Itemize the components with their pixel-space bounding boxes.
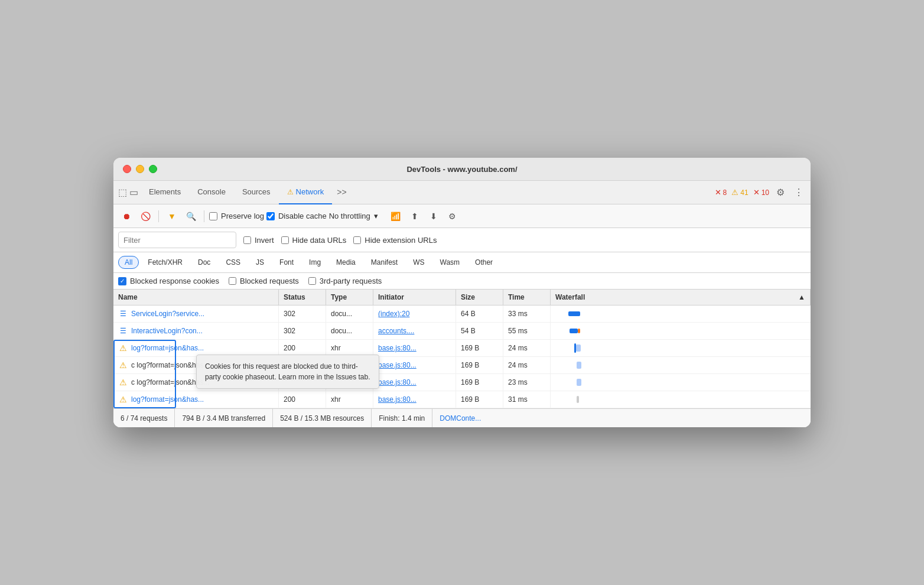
tab-network[interactable]: ⚠ Network <box>279 181 333 204</box>
size-cell-1: 64 B <box>456 306 503 322</box>
type-btn-font[interactable]: Font <box>273 256 300 269</box>
table-row[interactable]: ⚠ log?format=json&has... 200 xhr base.js… <box>113 340 811 357</box>
type-btn-other[interactable]: Other <box>468 256 499 269</box>
close-button[interactable] <box>123 165 131 173</box>
status-cell-6: 200 <box>279 391 326 408</box>
dom-section: DOMConte... <box>432 409 488 427</box>
initiator-link-4[interactable]: base.js:80... <box>378 361 417 369</box>
type-btn-media[interactable]: Media <box>330 256 362 269</box>
initiator-link-1[interactable]: (index):20 <box>378 310 409 318</box>
initiator-link-2[interactable]: accounts.... <box>378 327 414 335</box>
disable-cache-group: Disable cache <box>266 212 327 220</box>
row-name-1: ServiceLogin?service... <box>131 310 204 318</box>
search-icon[interactable]: 🔍 <box>183 208 199 225</box>
time-cell-6: 31 ms <box>503 391 551 408</box>
third-party-checkbox[interactable] <box>308 277 316 285</box>
mobile-icon[interactable]: ▭ <box>129 187 138 198</box>
toolbar-divider-2 <box>204 210 204 222</box>
preserve-log-label: Preserve log <box>221 212 264 220</box>
filter-input[interactable] <box>118 232 236 248</box>
type-btn-manifest[interactable]: Manifest <box>365 256 404 269</box>
warning-rows-container: ⚠ log?format=json&has... 200 xhr base.js… <box>113 340 811 408</box>
blocked-cookies-checkbox[interactable]: ✓ <box>118 277 126 285</box>
header-initiator[interactable]: Initiator <box>373 290 456 305</box>
devtools-body: ⬚ ▭ Elements Console Sources ⚠ Network >… <box>113 181 811 427</box>
waterfall-bar-2b <box>578 329 580 333</box>
header-type[interactable]: Type <box>326 290 373 305</box>
record-button[interactable]: ⏺ <box>118 208 135 225</box>
warning-icon-6: ⚠ <box>118 395 128 404</box>
tab-console[interactable]: Console <box>189 181 234 204</box>
finish-label: Finish: 1.4 min <box>379 414 425 422</box>
preserve-log-group: Preserve log <box>209 212 264 220</box>
disable-cache-label: Disable cache <box>278 212 327 220</box>
waterfall-cell-3 <box>551 340 811 356</box>
error-count[interactable]: ✕ 8 <box>715 188 727 197</box>
table-row[interactable]: ☰ InteractiveLogin?con... 302 docu... ac… <box>113 323 811 340</box>
filter-bar: Invert Hide data URLs Hide extension URL… <box>113 228 811 252</box>
initiator-link-5[interactable]: base.js:80... <box>378 378 417 386</box>
maximize-button[interactable] <box>149 165 157 173</box>
waterfall-cell-6 <box>551 391 811 408</box>
hide-data-checkbox[interactable] <box>281 236 289 244</box>
warning-icon-5: ⚠ <box>118 378 128 387</box>
type-btn-fetch[interactable]: Fetch/XHR <box>141 256 189 269</box>
disable-cache-checkbox[interactable] <box>266 212 275 220</box>
download-icon[interactable]: ⬇ <box>425 208 442 225</box>
upload-icon[interactable]: ⬆ <box>406 208 423 225</box>
info-count[interactable]: ✕ 10 <box>753 188 769 197</box>
toolbar-divider-1 <box>158 210 159 222</box>
initiator-cell-4: base.js:80... <box>373 357 456 373</box>
header-status[interactable]: Status <box>279 290 326 305</box>
blocked-cookies-group: ✓ Blocked response cookies <box>118 277 219 285</box>
blocked-requests-label: Blocked requests <box>240 277 299 285</box>
tab-sources[interactable]: Sources <box>234 181 279 204</box>
invert-checkbox[interactable] <box>243 236 251 244</box>
header-time[interactable]: Time <box>503 290 551 305</box>
table-row[interactable]: ⚠ log?format=json&has... 200 xhr base.js… <box>113 391 811 408</box>
wf-bar-6 <box>577 396 579 403</box>
transferred-label: 794 B / 3.4 MB transferred <box>182 414 265 422</box>
clear-button[interactable]: 🚫 <box>137 208 154 225</box>
settings-icon[interactable]: ⚙ <box>774 184 787 200</box>
initiator-cell-1: (index):20 <box>373 306 456 322</box>
header-size[interactable]: Size <box>456 290 503 305</box>
filter-icon[interactable]: ▼ <box>164 208 180 225</box>
type-btn-js[interactable]: JS <box>249 256 271 269</box>
type-btn-ws[interactable]: WS <box>406 256 431 269</box>
type-btn-all[interactable]: All <box>118 256 139 269</box>
header-name[interactable]: Name <box>113 290 279 305</box>
row-name-2: InteractiveLogin?con... <box>131 327 203 335</box>
warning-count[interactable]: ⚠ 41 <box>731 188 748 197</box>
network-warning-icon: ⚠ <box>287 188 294 196</box>
time-cell-3: 24 ms <box>503 340 551 356</box>
status-cell-3: 200 <box>279 340 326 356</box>
more-options-icon[interactable]: ⋮ <box>792 184 806 200</box>
header-waterfall[interactable]: Waterfall ▲ <box>551 290 811 305</box>
waterfall-cell-1 <box>551 306 811 322</box>
type-btn-doc[interactable]: Doc <box>191 256 217 269</box>
initiator-link-6[interactable]: base.js:80... <box>378 395 417 404</box>
table-row[interactable]: ☰ ServiceLogin?service... 302 docu... (i… <box>113 306 811 323</box>
tab-elements[interactable]: Elements <box>141 181 189 204</box>
initiator-link-3[interactable]: base.js:80... <box>378 344 417 352</box>
network-settings-icon[interactable]: ⚙ <box>444 208 461 225</box>
wifi-icon[interactable]: 📶 <box>388 208 404 225</box>
type-btn-img[interactable]: Img <box>302 256 327 269</box>
type-cell-1: docu... <box>326 306 373 322</box>
tabs-more[interactable]: >> <box>332 181 351 204</box>
sort-icon: ▲ <box>798 293 805 301</box>
status-bar: 6 / 74 requests 794 B / 3.4 MB transferr… <box>113 408 811 427</box>
type-cell-3: xhr <box>326 340 373 356</box>
preserve-log-checkbox[interactable] <box>209 212 217 220</box>
transferred-section: 794 B / 3.4 MB transferred <box>175 409 273 427</box>
type-btn-css[interactable]: CSS <box>219 256 247 269</box>
resources-section: 524 B / 15.3 MB resources <box>273 409 372 427</box>
type-btn-wasm[interactable]: Wasm <box>434 256 467 269</box>
minimize-button[interactable] <box>136 165 144 173</box>
blocked-requests-checkbox[interactable] <box>229 277 236 285</box>
cursor-icon[interactable]: ⬚ <box>118 187 127 198</box>
traffic-lights <box>123 165 157 173</box>
throttle-dropdown-icon[interactable]: ▾ <box>374 212 378 220</box>
hide-ext-checkbox[interactable] <box>353 236 361 244</box>
